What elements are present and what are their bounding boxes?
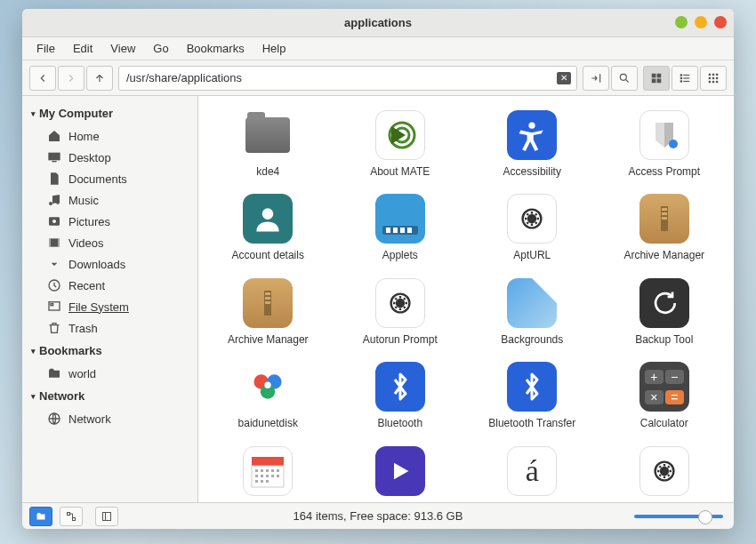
- sidebar-item-label: Videos: [68, 236, 104, 250]
- sidebar-item-home[interactable]: Home: [22, 125, 197, 147]
- statusbar: 164 items, Free space: 913.6 GB: [22, 502, 734, 529]
- sidebar-item-desktop[interactable]: Desktop: [22, 147, 197, 168]
- menu-bookmarks[interactable]: Bookmarks: [180, 39, 252, 58]
- zoom-slider[interactable]: [634, 515, 723, 518]
- svg-rect-73: [103, 512, 111, 520]
- sidebar-item-recent[interactable]: Recent: [22, 275, 197, 296]
- folder-icon: [245, 110, 290, 160]
- svg-point-35: [529, 123, 535, 129]
- svg-point-23: [56, 201, 60, 204]
- svg-rect-60: [277, 469, 279, 472]
- app-label: Bluetooth Transfer: [488, 417, 575, 429]
- sidebar-item-music[interactable]: Music: [22, 189, 197, 211]
- app-item-apturl[interactable]: AptURL: [470, 194, 595, 261]
- close-button[interactable]: [714, 16, 727, 28]
- svg-rect-11: [709, 73, 711, 75]
- app-label: Accessibility: [503, 165, 561, 178]
- app-item-play[interactable]: [338, 446, 463, 501]
- download-icon: [47, 257, 61, 271]
- location-bar[interactable]: /usr/share/applications ✕: [118, 66, 577, 91]
- menu-edit[interactable]: Edit: [66, 39, 100, 58]
- menu-go[interactable]: Go: [146, 39, 175, 58]
- app-item-about-mate[interactable]: About MATE: [338, 110, 463, 178]
- menu-file[interactable]: File: [29, 39, 62, 58]
- toggle-path-button[interactable]: [583, 66, 609, 91]
- applets-icon: [375, 194, 425, 244]
- sidebar-item-network[interactable]: Network: [22, 408, 197, 429]
- app-label: Applets: [382, 249, 418, 261]
- app-item-applets[interactable]: Applets: [338, 194, 463, 261]
- compact-view-button[interactable]: [700, 66, 727, 91]
- mate-icon: [375, 110, 425, 160]
- app-item-archive-manager[interactable]: Archive Manager: [205, 278, 331, 346]
- sidebar-item-trash[interactable]: Trash: [22, 317, 197, 339]
- titlebar[interactable]: applications: [22, 9, 734, 37]
- toggle-sidebar-button[interactable]: [95, 507, 118, 526]
- sidebar-item-pictures[interactable]: Pictures: [22, 211, 197, 232]
- app-item-account-details[interactable]: Account details: [205, 194, 331, 261]
- app-item-gear2[interactable]: [602, 446, 728, 501]
- trash-icon: [47, 321, 61, 335]
- bt-icon: [375, 362, 425, 412]
- app-item-cal[interactable]: [205, 446, 331, 501]
- list-view-button[interactable]: [672, 66, 698, 91]
- fs-icon: [47, 300, 61, 314]
- app-item-bluetooth-transfer[interactable]: Bluetooth Transfer: [470, 362, 595, 429]
- svg-rect-47: [265, 301, 270, 304]
- sidebar-section-network[interactable]: Network: [22, 384, 197, 408]
- app-item-char[interactable]: á: [470, 446, 595, 501]
- video-icon: [47, 236, 61, 250]
- svg-rect-71: [68, 512, 70, 515]
- sidebar-item-file-system[interactable]: File System: [22, 296, 197, 317]
- sidebar: My ComputerHomeDesktopDocumentsMusicPict…: [22, 96, 198, 502]
- apt-icon: [507, 194, 557, 244]
- sidebar-item-label: Trash: [68, 322, 98, 335]
- sidebar-item-label: Downloads: [68, 258, 125, 271]
- svg-rect-14: [709, 76, 711, 78]
- svg-point-37: [262, 209, 274, 220]
- app-item-backgrounds[interactable]: Backgrounds: [470, 278, 595, 346]
- forward-button[interactable]: [58, 66, 84, 91]
- sidebar-item-documents[interactable]: Documents: [22, 168, 197, 189]
- icon-view-button[interactable]: [643, 66, 670, 91]
- app-item-calculator[interactable]: +−×=Calculator: [602, 362, 728, 429]
- search-button[interactable]: [611, 66, 638, 91]
- status-text: 164 items, Free space: 913.6 GB: [294, 509, 463, 523]
- places-pane-button[interactable]: [29, 507, 52, 526]
- clear-path-icon[interactable]: ✕: [557, 72, 571, 84]
- app-item-access-prompt[interactable]: Access Prompt: [602, 110, 728, 178]
- sidebar-item-videos[interactable]: Videos: [22, 232, 197, 253]
- app-label: Archive Manager: [228, 333, 309, 346]
- menu-help[interactable]: Help: [255, 39, 294, 58]
- svg-rect-59: [271, 469, 274, 472]
- app-item-kde4[interactable]: kde4: [205, 110, 331, 178]
- app-item-accessibility[interactable]: Accessibility: [470, 110, 595, 178]
- app-label: Calculator: [640, 417, 688, 429]
- app-label: baidunetdisk: [238, 417, 298, 429]
- svg-point-36: [669, 140, 678, 148]
- minimize-button[interactable]: [675, 16, 688, 28]
- svg-rect-4: [657, 78, 662, 83]
- app-label: Bluetooth: [377, 417, 422, 429]
- app-item-autorun-prompt[interactable]: Autorun Prompt: [338, 278, 463, 346]
- up-button[interactable]: [86, 66, 113, 91]
- app-label: Backgrounds: [501, 333, 563, 346]
- archive-icon: [639, 194, 689, 244]
- account-icon: [243, 194, 293, 244]
- menu-view[interactable]: View: [103, 39, 142, 58]
- app-item-archive-manager[interactable]: Archive Manager: [602, 194, 728, 261]
- app-item-bluetooth[interactable]: Bluetooth: [338, 362, 463, 429]
- sidebar-item-world[interactable]: world: [22, 363, 197, 384]
- content-area[interactable]: kde4About MATEAccessibilityAccess Prompt…: [198, 96, 734, 502]
- tree-pane-button[interactable]: [60, 507, 83, 526]
- sidebar-section-bookmarks[interactable]: Bookmarks: [22, 339, 197, 363]
- app-item-backup-tool[interactable]: Backup Tool: [602, 278, 728, 346]
- maximize-button[interactable]: [695, 16, 707, 28]
- svg-rect-62: [261, 475, 263, 477]
- doc-icon: [47, 172, 61, 186]
- back-button[interactable]: [29, 66, 56, 91]
- svg-point-53: [265, 382, 271, 388]
- app-item-baidunetdisk[interactable]: baidunetdisk: [205, 362, 331, 429]
- sidebar-section-my-computer[interactable]: My Computer: [22, 101, 197, 125]
- sidebar-item-downloads[interactable]: Downloads: [22, 253, 197, 275]
